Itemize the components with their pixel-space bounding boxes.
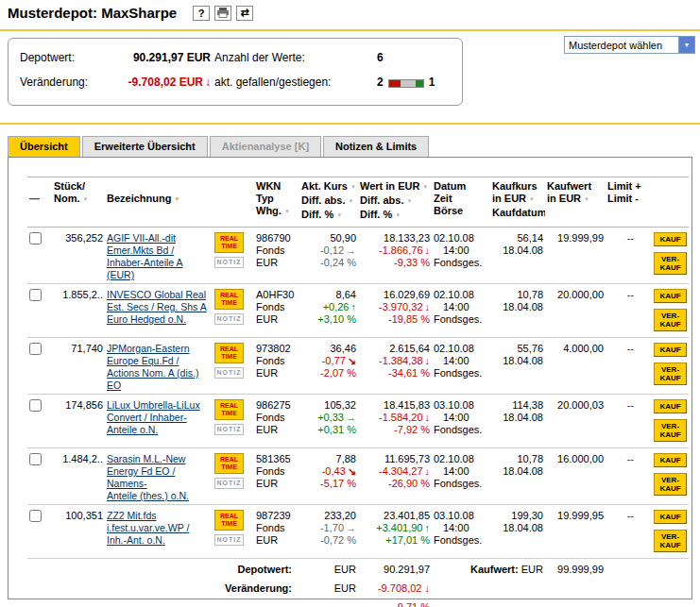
zeit-value: 14:00	[443, 412, 488, 424]
kaufwert-cell: 16.000,00	[545, 448, 606, 505]
zeit-value: 14:00	[443, 465, 488, 478]
limit-cell: --	[606, 228, 645, 284]
col-header-bezeichnung[interactable]: Bezeichnung	[105, 177, 213, 228]
help-icon[interactable]: ?	[193, 6, 210, 21]
col-header-kaufwert[interactable]: Kaufwert in EUR	[545, 177, 606, 228]
kurs-cell: 36,46 -0,77↘ -2,07 %	[299, 338, 358, 395]
depot-select-dropdown[interactable]: Musterdepot wählen	[564, 36, 695, 54]
kauf-button[interactable]: KAUF	[654, 453, 687, 467]
verkauf-button[interactable]: VER- KAUF	[654, 419, 687, 442]
akt-kurs-value: 36,46	[301, 343, 356, 355]
kurs-diff-abs: +0,26	[323, 301, 350, 312]
stueck-value: 100,351	[54, 510, 103, 522]
col-header-kurs[interactable]: Akt. Kurs Diff. abs. Diff. %	[299, 177, 358, 228]
kaufkurs-cell: 10,78 18.04.08	[490, 284, 545, 338]
mini-buttons-cell: REAL TIME NOTIZ	[213, 448, 254, 505]
akt-kurs-value: 50,90	[301, 232, 356, 244]
col-header-wkn[interactable]: WKN Typ Whg.	[254, 177, 299, 228]
verkauf-button[interactable]: VER- KAUF	[654, 363, 687, 385]
verkauf-button[interactable]: VER- KAUF	[654, 252, 687, 275]
wert-cell: 23.401,85 +3.401,90↑ +17,01 %	[358, 505, 432, 559]
kauf-button[interactable]: KAUF	[654, 343, 687, 357]
row-checkbox[interactable]	[29, 510, 42, 522]
notiz-button[interactable]: NOTIZ	[214, 478, 244, 489]
kaufkurs-value: 10,78	[492, 453, 543, 465]
zeit-value: 14:00	[443, 355, 488, 367]
refresh-icon[interactable]: ⇄	[236, 6, 253, 21]
verkauf-button[interactable]: VER- KAUF	[654, 473, 687, 496]
row-checkbox[interactable]	[29, 289, 42, 301]
limit-cell: --	[606, 448, 645, 505]
instrument-link[interactable]: LiLux Umbrella-LiLux Convert / Inhaber- …	[107, 399, 200, 436]
kauf-button[interactable]: KAUF	[654, 510, 687, 524]
zeit-value: 14:00	[443, 522, 488, 534]
limit-value: --	[607, 289, 643, 301]
sort-icon	[392, 209, 401, 220]
kaufdatum-value: 18.04.08	[492, 301, 543, 313]
waehrung-value: EUR	[256, 534, 298, 547]
wkn-value: 986790	[256, 232, 298, 244]
stueck-value: 1.855,2..	[54, 289, 103, 301]
chevron-down-icon[interactable]	[678, 37, 694, 53]
footer-veraenderung-label: Veränderung:	[27, 578, 299, 597]
tab-notizen-limits[interactable]: Notizen & Limits	[323, 136, 429, 157]
stueck-value: 1.484,2..	[54, 453, 103, 465]
col-header-kaufkurs[interactable]: Kaufkurs in EUR Kaufdatum	[490, 177, 545, 228]
realtime-button[interactable]: REAL TIME	[214, 232, 244, 253]
footer-kaufwert-label-group: Kaufwert: EUR	[432, 559, 545, 579]
notiz-button[interactable]: NOTIZ	[214, 367, 244, 379]
gestiegen-segment	[416, 80, 423, 87]
sort-icon	[333, 209, 342, 220]
row-checkbox[interactable]	[29, 453, 42, 465]
kauf-button[interactable]: KAUF	[654, 289, 687, 303]
verkauf-button[interactable]: VER- KAUF	[654, 530, 687, 552]
wkn-value: 987239	[256, 510, 298, 522]
kurs-cell: 105,32 +0,33→ +0,31 %	[299, 395, 358, 448]
stueck-cell: 174,856	[52, 395, 105, 448]
kaufkurs-cell: 10,78 18.04.08	[490, 448, 545, 505]
typ-value: Fonds	[256, 465, 298, 478]
col-header-wert[interactable]: Wert in EUR Diff. abs. Diff. %	[358, 177, 432, 228]
down-arrow-icon: ↓	[205, 76, 211, 89]
notiz-button[interactable]: NOTIZ	[214, 313, 244, 325]
realtime-button[interactable]: REAL TIME	[214, 343, 244, 363]
boerse-value: Fondsges.	[434, 478, 488, 490]
kauf-button[interactable]: KAUF	[654, 232, 687, 246]
anzahl-label: Anzahl der Werte:	[214, 51, 373, 64]
instrument-link[interactable]: AGIF VII-All.-dit Emer.Mkts Bd / Inhaber…	[107, 232, 183, 281]
realtime-button[interactable]: REAL TIME	[214, 399, 244, 420]
notiz-button[interactable]: NOTIZ	[214, 534, 244, 546]
fallen-segment	[389, 80, 401, 87]
realtime-button[interactable]: REAL TIME	[214, 453, 244, 474]
realtime-button[interactable]: REAL TIME	[214, 289, 244, 310]
print-icon[interactable]	[214, 6, 231, 21]
sort-icon	[80, 193, 89, 204]
verkauf-button[interactable]: VER- KAUF	[654, 309, 687, 331]
stueck-cell: 71,740	[52, 338, 105, 395]
anzahl-value: 6	[377, 51, 451, 64]
row-checkbox[interactable]	[29, 399, 42, 412]
notiz-button[interactable]: NOTIZ	[214, 424, 244, 435]
select-cell	[27, 228, 52, 284]
instrument-link[interactable]: Sarasin M.L.-New Energy Fd EO / Namens- …	[107, 453, 189, 502]
wert-trend-icon: ↓	[425, 465, 431, 477]
row-checkbox[interactable]	[29, 343, 42, 355]
kaufwert-cell: 20.000,00	[545, 284, 606, 338]
tab-erweiterte-uebersicht[interactable]: Erweiterte Übersicht	[82, 136, 208, 157]
instrument-link[interactable]: JPMorgan-Eastern Europe Equ.Fd / Actions…	[107, 343, 198, 392]
footer-veraenderung-value: -9.708,02 ↓	[358, 578, 432, 597]
stueck-cell: 1.484,2..	[52, 448, 105, 505]
row-checkbox[interactable]	[29, 232, 42, 244]
realtime-button[interactable]: REAL TIME	[214, 510, 244, 531]
wert-value: 23.401,85	[360, 510, 430, 522]
sort-icon	[419, 180, 428, 192]
akt-kurs-value: 105,32	[301, 399, 356, 412]
kauf-button[interactable]: KAUF	[654, 399, 687, 413]
wert-diff-abs: -1.866,76	[379, 244, 422, 256]
footer-kaufwert-label: Kaufwert:	[470, 564, 519, 575]
instrument-link[interactable]: INVESCO Global Real Est. Secs / Reg. Shs…	[107, 289, 207, 326]
tab-uebersicht[interactable]: Übersicht	[8, 136, 80, 157]
col-header-stueck[interactable]: Stück/ Nom.	[52, 177, 105, 228]
notiz-button[interactable]: NOTIZ	[214, 257, 244, 268]
instrument-link[interactable]: ZZ2 Mit.fds i.fest.u.var.ve.WP / Inh.-An…	[107, 510, 189, 547]
